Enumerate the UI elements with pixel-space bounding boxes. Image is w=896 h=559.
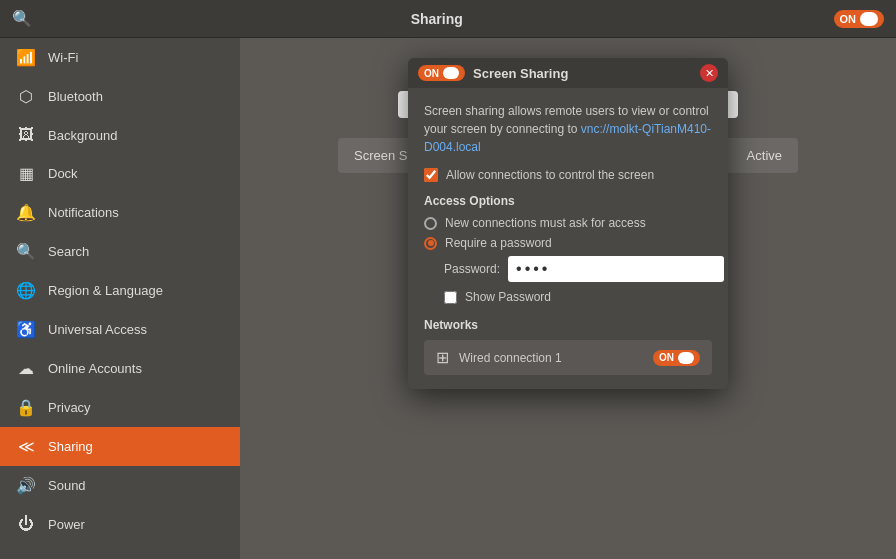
allow-connections-row: Allow connections to control the screen bbox=[424, 168, 712, 182]
sidebar-item-label: Privacy bbox=[48, 400, 91, 415]
modal-toggle-label: ON bbox=[424, 68, 439, 79]
sidebar-item-label: Dock bbox=[48, 166, 78, 181]
sidebar-item-label: Region & Language bbox=[48, 283, 163, 298]
radio-require-password-row[interactable]: Require a password bbox=[424, 236, 712, 250]
sound-icon: 🔊 bbox=[16, 476, 36, 495]
network-toggle-label: ON bbox=[659, 352, 674, 363]
sidebar-item-sharing[interactable]: ≪ Sharing bbox=[0, 427, 240, 466]
header-toggle[interactable]: ON bbox=[834, 10, 885, 28]
modal-toggle[interactable]: ON bbox=[418, 65, 465, 81]
allow-connections-checkbox[interactable] bbox=[424, 168, 438, 182]
network-toggle-knob bbox=[678, 352, 694, 364]
modal-close-button[interactable]: ✕ bbox=[700, 64, 718, 82]
sidebar-item-label: Power bbox=[48, 517, 85, 532]
network-name: Wired connection 1 bbox=[459, 351, 643, 365]
sidebar-item-wifi[interactable]: 📶 Wi-Fi bbox=[0, 38, 240, 77]
sidebar-item-label: Sharing bbox=[48, 439, 93, 454]
search-icon: 🔍 bbox=[16, 242, 36, 261]
sidebar-item-label: Online Accounts bbox=[48, 361, 142, 376]
background-icon: 🖼 bbox=[16, 126, 36, 144]
main-layout: 📶 Wi-Fi ⬡ Bluetooth 🖼 Background ▦ Dock … bbox=[0, 38, 896, 559]
sidebar-item-notifications[interactable]: 🔔 Notifications bbox=[0, 193, 240, 232]
password-input[interactable] bbox=[508, 256, 724, 282]
universal-icon: ♿ bbox=[16, 320, 36, 339]
show-password-checkbox[interactable] bbox=[444, 291, 457, 304]
radio-new-connections-row[interactable]: New connections must ask for access bbox=[424, 216, 712, 230]
privacy-icon: 🔒 bbox=[16, 398, 36, 417]
radio-require-password[interactable] bbox=[424, 237, 437, 250]
sidebar-item-online-accounts[interactable]: ☁ Online Accounts bbox=[0, 349, 240, 388]
sidebar-item-label: Bluetooth bbox=[48, 89, 103, 104]
sharing-icon: ≪ bbox=[16, 437, 36, 456]
notifications-icon: 🔔 bbox=[16, 203, 36, 222]
radio-new-connections[interactable] bbox=[424, 217, 437, 230]
sidebar-item-bluetooth[interactable]: ⬡ Bluetooth bbox=[0, 77, 240, 116]
modal-title: Screen Sharing bbox=[473, 66, 692, 81]
header-toggle-knob bbox=[860, 12, 878, 26]
sidebar-item-region[interactable]: 🌐 Region & Language bbox=[0, 271, 240, 310]
network-row: ⊞ Wired connection 1 ON bbox=[424, 340, 712, 375]
sidebar-item-universal[interactable]: ♿ Universal Access bbox=[0, 310, 240, 349]
network-icon: ⊞ bbox=[436, 348, 449, 367]
bluetooth-icon: ⬡ bbox=[16, 87, 36, 106]
sidebar-item-background[interactable]: 🖼 Background bbox=[0, 116, 240, 154]
header-title: Sharing bbox=[40, 11, 834, 27]
modal-description: Screen sharing allows remote users to vi… bbox=[424, 102, 712, 156]
power-icon: ⏻ bbox=[16, 515, 36, 533]
sidebar-item-sound[interactable]: 🔊 Sound bbox=[0, 466, 240, 505]
sidebar-item-power[interactable]: ⏻ Power bbox=[0, 505, 240, 543]
password-label: Password: bbox=[444, 262, 500, 276]
modal-toggle-knob bbox=[443, 67, 459, 79]
close-icon: ✕ bbox=[705, 67, 714, 80]
allow-connections-label: Allow connections to control the screen bbox=[446, 168, 654, 182]
sidebar-item-dock[interactable]: ▦ Dock bbox=[0, 154, 240, 193]
sidebar-item-label: Notifications bbox=[48, 205, 119, 220]
sidebar-item-label: Universal Access bbox=[48, 322, 147, 337]
wifi-icon: 📶 bbox=[16, 48, 36, 67]
header-search-icon[interactable]: 🔍 bbox=[12, 9, 32, 28]
modal-header: ON Screen Sharing ✕ bbox=[408, 58, 728, 88]
sidebar-item-privacy[interactable]: 🔒 Privacy bbox=[0, 388, 240, 427]
access-options-title: Access Options bbox=[424, 194, 712, 208]
show-password-label: Show Password bbox=[465, 290, 551, 304]
networks-title: Networks bbox=[424, 318, 712, 332]
dock-icon: ▦ bbox=[16, 164, 36, 183]
sidebar-item-label: Search bbox=[48, 244, 89, 259]
sidebar-item-label: Background bbox=[48, 128, 117, 143]
sidebar-item-search[interactable]: 🔍 Search bbox=[0, 232, 240, 271]
sidebar-item-label: Wi-Fi bbox=[48, 50, 78, 65]
content-area: Computer Name Screen Sharing Active ON S… bbox=[240, 38, 896, 559]
radio-require-password-label: Require a password bbox=[445, 236, 552, 250]
region-icon: 🌐 bbox=[16, 281, 36, 300]
modal-body: Screen sharing allows remote users to vi… bbox=[408, 88, 728, 389]
app-header: 🔍 Sharing ON bbox=[0, 0, 896, 38]
modal-overlay: ON Screen Sharing ✕ Screen sharing allow… bbox=[240, 38, 896, 559]
show-password-row: Show Password bbox=[444, 290, 712, 304]
online-accounts-icon: ☁ bbox=[16, 359, 36, 378]
sidebar-item-label: Sound bbox=[48, 478, 86, 493]
radio-new-connections-label: New connections must ask for access bbox=[445, 216, 646, 230]
network-toggle[interactable]: ON bbox=[653, 350, 700, 366]
sidebar: 📶 Wi-Fi ⬡ Bluetooth 🖼 Background ▦ Dock … bbox=[0, 38, 240, 559]
password-row: Password: bbox=[444, 256, 712, 282]
header-toggle-label: ON bbox=[840, 13, 857, 25]
screen-sharing-modal: ON Screen Sharing ✕ Screen sharing allow… bbox=[408, 58, 728, 389]
